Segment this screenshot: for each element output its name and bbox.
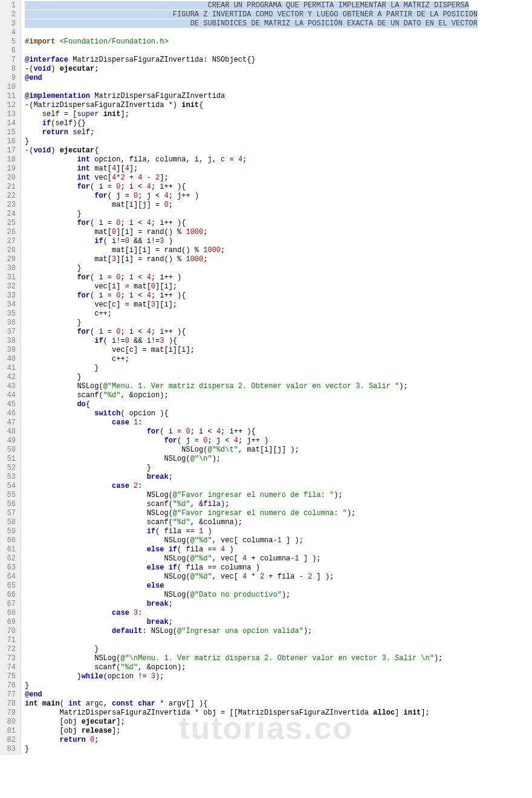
code-line[interactable]: mat[3][i] = rand() % 1000; — [25, 255, 532, 264]
code-line[interactable]: else — [25, 582, 532, 591]
code-line[interactable] — [25, 28, 532, 37]
code-line[interactable] — [25, 636, 532, 645]
code-line[interactable]: if(self){} — [25, 119, 532, 128]
code-line[interactable]: switch( opcion ){ — [25, 409, 532, 418]
code-line[interactable]: if( i!=0 && i!=3 ){ — [25, 337, 532, 346]
code-line[interactable]: NSLog(@"%d", vec[ 4 + columna-1 ] ); — [25, 554, 532, 563]
code-line[interactable]: @end — [25, 690, 532, 699]
code-line[interactable]: self = [super init]; — [25, 110, 532, 119]
line-number: 59 — [2, 527, 16, 536]
code-line[interactable]: NSLog(@"%d\t", mat[i][j] ); — [25, 446, 532, 455]
code-line[interactable]: int opcion, fila, columna, i, j, c = 4; — [25, 155, 532, 164]
code-line[interactable]: int mat[4][4]; — [25, 164, 532, 174]
code-line[interactable]: vec[i] = mat[0][i]; — [25, 282, 532, 291]
code-line[interactable]: mat[i][i] = rand() % 1000; — [25, 246, 532, 255]
code-line[interactable]: int main( int argc, const char * argv[] … — [25, 699, 532, 709]
code-line[interactable]: NSLog(@"Favor ingresar el numero de colu… — [25, 509, 532, 518]
code-line[interactable]: if( i!=0 && i!=3 ) — [25, 237, 532, 246]
code-line[interactable]: mat[0][i] = rand() % 1000; — [25, 228, 532, 237]
code-line[interactable]: -(MatrizDispersaFiguraZInvertida *) init… — [25, 101, 532, 110]
code-line[interactable] — [25, 83, 532, 92]
code-line[interactable]: break; — [25, 600, 532, 609]
code-line[interactable]: for( i = 0; i < 4; i++ ){ — [25, 427, 532, 436]
code-line[interactable]: } — [25, 745, 532, 754]
code-line[interactable]: } — [25, 645, 532, 654]
code-line[interactable]: } — [25, 681, 532, 690]
line-number: 44 — [2, 391, 16, 400]
line-number: 42 — [2, 373, 16, 382]
code-line[interactable]: MatrizDispersaFiguraZInvertida * obj = [… — [25, 709, 532, 718]
code-line[interactable]: } — [25, 373, 532, 382]
code-line[interactable]: for( j = 0; j < 4; j++ ) — [25, 436, 532, 446]
code-line[interactable]: case 3: — [25, 609, 532, 618]
line-number: 62 — [2, 554, 16, 563]
code-line[interactable]: DE·SUBINDICES·DE·MATRIZ·LA·POSICIÓN·EXAC… — [25, 19, 532, 28]
code-line[interactable]: for( j = 0; j < 4; j++ ) — [25, 192, 532, 201]
code-line[interactable]: scanf("%d", &opcion); — [25, 663, 532, 672]
code-line[interactable]: } — [25, 264, 532, 273]
line-number: 40 — [2, 355, 16, 364]
code-line[interactable]: NSLog(@"Favor ingresar el numero de fila… — [25, 491, 532, 500]
code-line[interactable]: NSLog(@"%d", vec[ columna-1 ] ); — [25, 536, 532, 545]
code-line[interactable]: [obj ejecutar]; — [25, 718, 532, 727]
code-line[interactable]: @end — [25, 74, 532, 83]
code-line[interactable]: int vec[4*2 + 4 - 2]; — [25, 174, 532, 183]
code-line[interactable]: NSLog(@"Menu. 1. Ver matriz dispersa 2. … — [25, 382, 532, 391]
code-line[interactable]: do{ — [25, 400, 532, 409]
code-line[interactable]: case 2: — [25, 482, 532, 491]
line-number: 68 — [2, 609, 16, 618]
line-number: 15 — [2, 128, 16, 137]
line-number: 7 — [2, 56, 16, 65]
code-line[interactable]: [obj release]; — [25, 727, 532, 736]
code-line[interactable]: for( i = 0; i < 4; i++ ) — [25, 273, 532, 282]
code-line[interactable]: #import <Foundation/Foundation.h> — [25, 37, 532, 47]
code-line[interactable]: vec[c] = mat[3][i]; — [25, 300, 532, 310]
code-line[interactable]: NSLog(@"\nMenu. 1. Ver matriz dispersa 2… — [25, 654, 532, 663]
line-number: 53 — [2, 473, 16, 482]
line-number: 11 — [2, 92, 16, 101]
code-line[interactable]: break; — [25, 473, 532, 482]
line-number: 18 — [2, 155, 16, 164]
code-line[interactable]: } — [25, 210, 532, 219]
code-line[interactable]: if( fila == 1 ) — [25, 527, 532, 536]
line-number: 13 — [2, 110, 16, 119]
code-line[interactable]: NSLog(@"%d", vec[ 4 * 2 + fila - 2 ] ); — [25, 573, 532, 582]
code-line[interactable]: -(void) ejecutar; — [25, 65, 532, 74]
code-line[interactable]: c++; — [25, 310, 532, 319]
code-line[interactable]: -(void) ejecutar{ — [25, 146, 532, 155]
code-line[interactable]: } — [25, 319, 532, 328]
code-line[interactable]: else if( fila == columna ) — [25, 563, 532, 573]
code-line[interactable]: } — [25, 464, 532, 473]
code-line[interactable]: for( i = 0; i < 4; i++ ){ — [25, 219, 532, 228]
code-line[interactable]: } — [25, 364, 532, 373]
code-line[interactable]: scanf("%d", &opcion); — [25, 391, 532, 400]
code-line[interactable]: c++; — [25, 355, 532, 364]
code-line[interactable]: for( i = 0; i < 4; i++ ){ — [25, 328, 532, 337]
code-line[interactable]: default: NSLog(@"Ingresar una opcion val… — [25, 627, 532, 636]
code-area[interactable]: ·CREAR·UN·PROGRAMA·QUE·PERMITA·IMPLEMENT… — [21, 0, 532, 755]
code-line[interactable]: return 0; — [25, 736, 532, 745]
code-line[interactable]: for( i = 0; i < 4; i++ ){ — [25, 183, 532, 192]
code-line[interactable]: NSLog(@"\n"); — [25, 455, 532, 464]
code-line[interactable]: return self; — [25, 128, 532, 137]
code-line[interactable]: ·CREAR·UN·PROGRAMA·QUE·PERMITA·IMPLEMENT… — [25, 1, 532, 10]
code-line[interactable]: NSLog(@"Dato no productivo"); — [25, 591, 532, 600]
line-number: 71 — [2, 636, 16, 645]
line-number: 63 — [2, 563, 16, 573]
code-line[interactable]: for( i = 0; i < 4; i++ ){ — [25, 291, 532, 300]
code-line[interactable]: case 1: — [25, 418, 532, 427]
code-line[interactable]: else if( fila == 4 ) — [25, 545, 532, 554]
code-line[interactable]: mat[i][j] = 0; — [25, 201, 532, 210]
code-line[interactable]: } — [25, 137, 532, 146]
line-number: 49 — [2, 436, 16, 446]
code-line[interactable]: scanf("%d", &columna); — [25, 518, 532, 527]
code-line[interactable]: vec[c] = mat[i][i]; — [25, 346, 532, 355]
code-line[interactable]: break; — [25, 618, 532, 627]
code-line[interactable]: @interface MatrizDispersaFiguraZInvertid… — [25, 56, 532, 65]
code-line[interactable] — [25, 47, 532, 56]
code-editor[interactable]: 1234567891011121314151617181920212223242… — [0, 0, 532, 755]
code-line[interactable]: FIGURA·Z·INVERTIDA·COMO·VECTOR·Y·LUEGO·O… — [25, 10, 532, 19]
code-line[interactable]: }while(opcion != 3); — [25, 672, 532, 681]
code-line[interactable]: @implementation MatrizDispersaFiguraZInv… — [25, 92, 532, 101]
code-line[interactable]: scanf("%d", &fila); — [25, 500, 532, 509]
